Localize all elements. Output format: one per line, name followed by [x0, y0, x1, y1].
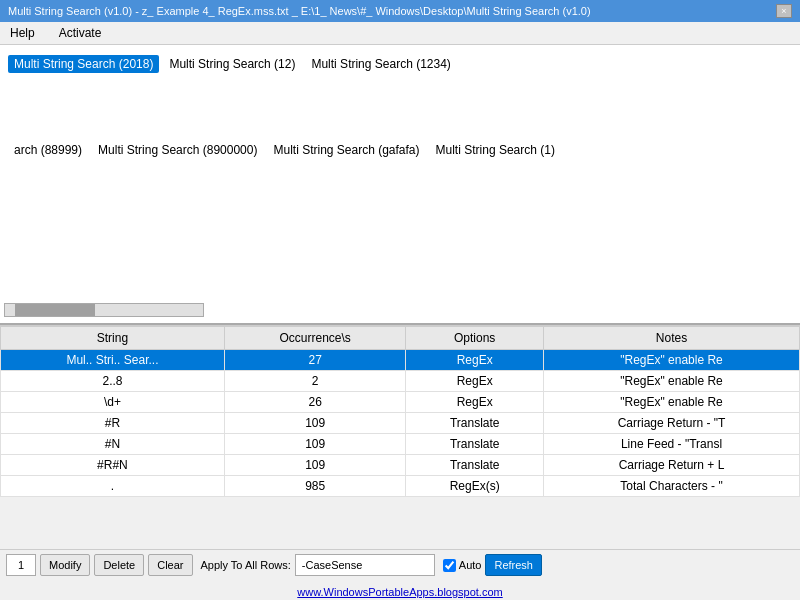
cell-notes: Line Feed - "Transl [544, 434, 800, 455]
tag-item-2[interactable]: Multi String Search (1234) [305, 55, 456, 73]
cell-string: \d+ [1, 392, 225, 413]
scrollbar-area [0, 301, 800, 319]
tag-item-3[interactable]: arch (88999) [8, 141, 88, 159]
tag-item-0[interactable]: Multi String Search (2018) [8, 55, 159, 73]
cell-occurrences: 26 [224, 392, 405, 413]
cell-string: Mul.. Stri.. Sear... [1, 350, 225, 371]
table-row[interactable]: #R#N109TranslateCarriage Return + L [1, 455, 800, 476]
auto-checkbox[interactable] [443, 559, 456, 572]
auto-checkbox-area: Auto [443, 559, 482, 572]
title-text: Multi String Search (v1.0) - z_ Example … [8, 5, 591, 17]
menu-help[interactable]: Help [4, 24, 41, 42]
apply-label: Apply To All Rows: [201, 559, 291, 571]
col-options: Options [406, 327, 544, 350]
cell-string: 2..8 [1, 371, 225, 392]
cell-notes: Carriage Return - "T [544, 413, 800, 434]
cell-notes: "RegEx" enable Re [544, 392, 800, 413]
cell-options: Translate [406, 413, 544, 434]
cell-occurrences: 985 [224, 476, 405, 497]
delete-button[interactable]: Delete [94, 554, 144, 576]
table-row[interactable]: 2..82RegEx"RegEx" enable Re [1, 371, 800, 392]
table-row[interactable]: #N109TranslateLine Feed - "Transl [1, 434, 800, 455]
refresh-button[interactable]: Refresh [485, 554, 542, 576]
cell-occurrences: 109 [224, 434, 405, 455]
tag-item-1[interactable]: Multi String Search (12) [163, 55, 301, 73]
clear-button[interactable]: Clear [148, 554, 192, 576]
table-row[interactable]: Mul.. Stri.. Sear...27RegEx"RegEx" enabl… [1, 350, 800, 371]
cell-notes: Carriage Return + L [544, 455, 800, 476]
col-string: String [1, 327, 225, 350]
cell-string: #R#N [1, 455, 225, 476]
menu-bar: Help Activate [0, 22, 800, 45]
apply-input[interactable] [295, 554, 435, 576]
cell-string: #N [1, 434, 225, 455]
cell-occurrences: 2 [224, 371, 405, 392]
modify-button[interactable]: Modify [40, 554, 90, 576]
main-content: Multi String Search (2018) Multi String … [0, 45, 800, 325]
table-section: String Occurrence\s Options Notes Mul.. … [0, 325, 800, 497]
col-notes: Notes [544, 327, 800, 350]
cell-notes: "RegEx" enable Re [544, 350, 800, 371]
table-row[interactable]: \d+26RegEx"RegEx" enable Re [1, 392, 800, 413]
footer-link[interactable]: www.WindowsPortableApps.blogspot.com [297, 586, 502, 598]
row-number-input[interactable] [6, 554, 36, 576]
cell-options: Translate [406, 455, 544, 476]
horizontal-scrollbar[interactable] [4, 303, 204, 317]
table-row[interactable]: .985RegEx(s)Total Characters - " [1, 476, 800, 497]
cell-options: RegEx [406, 350, 544, 371]
cell-string: . [1, 476, 225, 497]
cell-notes: Total Characters - " [544, 476, 800, 497]
cell-options: RegEx [406, 371, 544, 392]
cell-occurrences: 27 [224, 350, 405, 371]
footer: www.WindowsPortableApps.blogspot.com [0, 586, 800, 598]
col-occurrences: Occurrence\s [224, 327, 405, 350]
table-row[interactable]: #R109TranslateCarriage Return - "T [1, 413, 800, 434]
scrollbar-thumb[interactable] [15, 304, 95, 316]
cell-occurrences: 109 [224, 455, 405, 476]
tags-area: Multi String Search (2018) Multi String … [0, 45, 800, 169]
title-buttons: × [776, 4, 792, 18]
cell-string: #R [1, 413, 225, 434]
data-table: String Occurrence\s Options Notes Mul.. … [0, 326, 800, 497]
cell-occurrences: 109 [224, 413, 405, 434]
tag-item-6[interactable]: Multi String Search (1) [430, 141, 561, 159]
auto-label: Auto [459, 559, 482, 571]
bottom-bar: Modify Delete Clear Apply To All Rows: A… [0, 549, 800, 580]
cell-options: Translate [406, 434, 544, 455]
menu-activate[interactable]: Activate [53, 24, 108, 42]
cell-options: RegEx(s) [406, 476, 544, 497]
title-bar: Multi String Search (v1.0) - z_ Example … [0, 0, 800, 22]
tag-item-4[interactable]: Multi String Search (8900000) [92, 141, 263, 159]
close-button[interactable]: × [776, 4, 792, 18]
tag-item-5[interactable]: Multi String Search (gafafa) [267, 141, 425, 159]
table-header-row: String Occurrence\s Options Notes [1, 327, 800, 350]
cell-notes: "RegEx" enable Re [544, 371, 800, 392]
table-wrapper: String Occurrence\s Options Notes Mul.. … [0, 325, 800, 497]
cell-options: RegEx [406, 392, 544, 413]
